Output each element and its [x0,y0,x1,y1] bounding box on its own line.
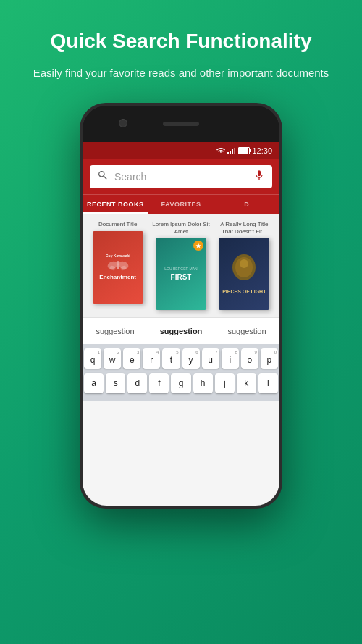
front-camera [119,119,127,127]
tab-other[interactable]: D [214,195,279,214]
main-title: Quick Search Functionality [33,29,329,54]
search-placeholder: Search [114,171,248,183]
suggestion-1[interactable]: suggestion [83,324,148,338]
tab-favorites[interactable]: FAVORITES [148,195,214,214]
book-3-cover: PIECES OF LIGHT [219,238,269,310]
key-h[interactable]: h [193,373,213,393]
key-j[interactable]: j [215,373,235,393]
books-grid: Document Title Guy Kawasaki [83,214,279,317]
phone-speaker [163,122,199,126]
book-1-label: Document Title [98,221,137,228]
book-item-3[interactable]: A Really Long Title That Doesn't Fit... … [215,221,274,310]
keyboard: 1q 2w 3e 4r 5t 6y 7u 8i 9o 0p a s [83,344,279,401]
status-time: 12:30 [252,146,272,155]
header: Quick Search Functionality Easily find y… [12,0,351,96]
key-a[interactable]: a [84,373,104,393]
key-g[interactable]: g [171,373,190,393]
book-3-label: A Really Long Title That Doesn't Fit... [215,221,274,235]
phone-inner: 12:30 Search [83,106,279,506]
book-2-label: Lorem Ipsum Dolor Sit Amet [151,221,210,235]
wifi-icon [216,147,225,154]
key-u[interactable]: 7u [202,348,219,369]
keyboard-row-2: a s d f g h j k l [84,373,278,393]
suggestions-bar: suggestion suggestion suggestion [83,317,279,344]
keyboard-row-1: 1q 2w 3e 4r 5t 6y 7u 8i 9o 0p [84,348,278,369]
key-p[interactable]: 0p [261,348,278,369]
key-d[interactable]: d [127,373,147,393]
search-box[interactable]: Search [90,165,272,188]
suggestion-3[interactable]: suggestion [214,324,279,338]
key-t[interactable]: 5t [162,348,180,369]
tab-recent-books[interactable]: RECENT BOOKS [83,195,148,214]
svg-point-11 [240,259,248,268]
key-w[interactable]: 2w [104,348,121,369]
key-i[interactable]: 8i [222,348,239,369]
book-1-title: Enchantment [99,274,136,280]
book-2-cover: LOU BERGER MAN FIRST [156,238,206,310]
suggestion-2[interactable]: suggestion [148,324,214,338]
phone-top-bar [83,106,279,142]
phone-screen: 12:30 Search [83,142,279,506]
head-silhouette-icon [230,253,258,289]
key-k[interactable]: k [237,373,256,393]
book-1-cover: Guy Kawasaki Enchantment [93,231,143,304]
search-icon [97,170,109,184]
svg-rect-0 [227,152,229,154]
book-item-2[interactable]: Lorem Ipsum Dolor Sit Amet LOU BERGER MA… [151,221,210,310]
status-bar: 12:30 [83,142,279,159]
butterfly-icon [107,258,129,272]
key-r[interactable]: 4r [143,348,160,369]
sub-title: Easily find your favorite reads and othe… [33,65,329,82]
tabs-bar: RECENT BOOKS FAVORITES D [83,194,279,214]
phone-frame: 12:30 Search [80,103,282,509]
book-item-1[interactable]: Document Title Guy Kawasaki [88,221,147,310]
phone-mockup: 12:30 Search [80,103,282,509]
svg-rect-2 [232,149,233,154]
book-2-title: FIRST [171,274,192,281]
svg-rect-1 [230,151,231,154]
key-y[interactable]: 6y [182,348,200,369]
status-icons: 12:30 [216,146,272,155]
mic-icon[interactable] [253,170,265,184]
signal-icon [227,147,236,154]
key-e[interactable]: 3e [123,348,140,369]
key-s[interactable]: s [106,373,125,393]
svg-rect-8 [117,261,119,269]
svg-rect-3 [234,148,235,154]
key-q[interactable]: 1q [84,348,101,369]
book-3-title: PIECES OF LIGHT [222,289,266,295]
app-bar: Search [83,159,279,194]
book-2-subtitle: LOU BERGER MAN [164,267,197,271]
key-l[interactable]: l [258,373,278,393]
key-f[interactable]: f [149,373,169,393]
battery-icon [238,147,250,154]
key-o[interactable]: 9o [241,348,258,369]
